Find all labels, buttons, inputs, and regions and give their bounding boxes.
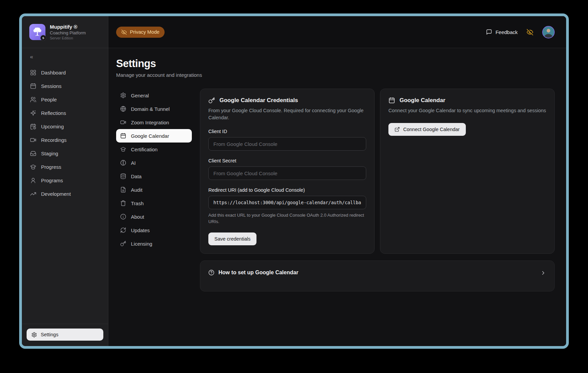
settings-tab-label: Updates xyxy=(131,227,150,233)
sidebar-item-people[interactable]: People xyxy=(22,93,108,106)
settings-tab-ai[interactable]: AI xyxy=(116,156,192,169)
user-round-icon xyxy=(30,177,36,184)
app-window: S Muppitify ® Coaching Platform Server E… xyxy=(19,13,569,349)
settings-tab-about[interactable]: About xyxy=(116,210,192,223)
google-calendar-card: Google Calendar Connect your Google Cale… xyxy=(380,89,555,254)
sidebar-item-development[interactable]: Development xyxy=(22,187,108,200)
brand-text: Muppitify ® Coaching Platform Server Edi… xyxy=(50,24,86,40)
privacy-mode-badge[interactable]: Privacy Mode xyxy=(116,27,165,38)
feedback-button[interactable]: Feedback xyxy=(486,29,518,35)
sidebar-item-label: Reflections xyxy=(41,110,66,116)
sidebar-collapse-button[interactable]: « xyxy=(30,54,37,60)
sidebar-item-label: Staging xyxy=(41,151,58,156)
cards-area: Google Calendar Credentials From your Go… xyxy=(200,89,555,291)
user-avatar[interactable] xyxy=(542,26,555,38)
settings-tab-google-calendar[interactable]: Google Calendar xyxy=(116,129,192,143)
brand-subtitle: Coaching Platform xyxy=(50,30,86,35)
sidebar-item-upcoming[interactable]: Upcoming xyxy=(22,120,108,133)
sidebar-footer: Settings xyxy=(22,324,108,346)
page-subtitle: Manage your account and integrations xyxy=(116,72,555,78)
topbar: Privacy Mode Feedback xyxy=(108,16,566,48)
settings-tab-domain-tunnel[interactable]: Domain & Tunnel xyxy=(116,102,192,116)
refresh-icon xyxy=(120,227,126,233)
feedback-label: Feedback xyxy=(495,29,518,35)
save-credentials-label: Save credentials xyxy=(214,236,250,242)
howto-title: How to set up Google Calendar xyxy=(218,270,298,276)
sidebar-item-progress[interactable]: Progress xyxy=(22,160,108,174)
key-icon xyxy=(120,241,126,247)
logo-s-badge: S xyxy=(40,35,46,41)
file-text-icon xyxy=(120,187,126,193)
sidebar-item-staging[interactable]: Staging xyxy=(22,147,108,160)
settings-tab-label: General xyxy=(131,93,149,98)
calendar-card-title: Google Calendar xyxy=(400,97,445,104)
connect-google-calendar-button[interactable]: Connect Google Calendar xyxy=(388,123,466,136)
settings-nav: GeneralDomain & TunnelZoom IntegrationGo… xyxy=(116,89,192,291)
privacy-toggle-eye-off-icon[interactable] xyxy=(526,29,533,36)
google-calendar-credentials-card: Google Calendar Credentials From your Go… xyxy=(200,89,375,254)
inbox-icon xyxy=(30,150,36,157)
connect-google-calendar-label: Connect Google Calendar xyxy=(403,127,460,132)
client-secret-input[interactable] xyxy=(208,166,366,180)
sidebar-item-label: Dashboard xyxy=(41,70,66,75)
video-icon xyxy=(30,137,36,143)
calendar-clock-icon xyxy=(30,123,36,130)
redirect-uri-label: Redirect URI (add to Google Cloud Consol… xyxy=(208,187,366,193)
sidebar-item-label: Recordings xyxy=(41,137,67,143)
settings-button-label: Settings xyxy=(41,332,58,337)
eye-off-icon xyxy=(121,29,127,35)
settings-tab-zoom-integration[interactable]: Zoom Integration xyxy=(116,116,192,129)
sidebar-item-label: Programs xyxy=(41,178,63,183)
brain-icon xyxy=(120,160,126,166)
sidebar-item-label: Upcoming xyxy=(41,124,64,129)
settings-tab-label: Audit xyxy=(131,187,142,193)
settings-tab-licensing[interactable]: Licensing xyxy=(116,237,192,250)
settings-tab-label: Trash xyxy=(131,200,144,206)
save-credentials-button[interactable]: Save credentials xyxy=(208,232,256,245)
sidebar: S Muppitify ® Coaching Platform Server E… xyxy=(22,16,108,346)
credentials-card-title: Google Calendar Credentials xyxy=(219,97,298,104)
calendar-icon xyxy=(120,133,126,139)
main-area: Privacy Mode Feedback Settings xyxy=(108,16,566,346)
redirect-uri-input[interactable] xyxy=(208,196,366,209)
sidebar-item-settings[interactable]: Settings xyxy=(27,329,103,341)
graduation-cap-icon xyxy=(120,146,126,152)
topbar-right: Feedback xyxy=(486,26,555,38)
settings-tab-label: Data xyxy=(131,174,142,179)
settings-tab-label: Zoom Integration xyxy=(131,120,169,125)
sidebar-item-label: Development xyxy=(41,191,71,197)
trash-icon xyxy=(120,200,126,206)
settings-tab-general[interactable]: General xyxy=(116,89,192,102)
users-icon xyxy=(30,96,36,103)
settings-tab-audit[interactable]: Audit xyxy=(116,183,192,196)
sidebar-item-dashboard[interactable]: Dashboard xyxy=(22,66,108,79)
settings-tab-trash[interactable]: Trash xyxy=(116,196,192,210)
redirect-uri-help: Add this exact URL to your Google Cloud … xyxy=(208,212,366,225)
settings-tab-data[interactable]: Data xyxy=(116,169,192,183)
video-icon xyxy=(120,119,126,125)
sidebar-item-recordings[interactable]: Recordings xyxy=(22,133,108,147)
settings-tab-updates[interactable]: Updates xyxy=(116,223,192,237)
settings-tab-certification[interactable]: Certification xyxy=(116,143,192,156)
globe-icon xyxy=(120,106,126,112)
client-id-input[interactable] xyxy=(208,137,366,151)
sidebar-item-programs[interactable]: Programs xyxy=(22,174,108,187)
gear-icon xyxy=(31,332,37,338)
sidebar-item-sessions[interactable]: Sessions xyxy=(22,79,108,93)
calendar-icon xyxy=(388,97,395,104)
settings-tab-label: AI xyxy=(131,160,136,166)
sidebar-item-reflections[interactable]: Reflections xyxy=(22,106,108,120)
message-square-icon xyxy=(486,29,492,35)
client-id-label: Client ID xyxy=(208,129,366,134)
trending-up-icon xyxy=(30,191,36,197)
settings-tab-label: Domain & Tunnel xyxy=(131,106,170,112)
settings-tab-label: Licensing xyxy=(131,241,152,247)
help-circle-icon xyxy=(208,270,214,276)
calendar-card-description: Connect your Google Calendar to sync upc… xyxy=(388,107,546,114)
howto-google-calendar-row[interactable]: How to set up Google Calendar xyxy=(200,260,555,291)
sidebar-nav: DashboardSessionsPeopleReflectionsUpcomi… xyxy=(22,66,108,200)
settings-tab-label: Google Calendar xyxy=(131,133,169,139)
external-link-icon xyxy=(394,127,400,132)
settings-page: Settings Manage your account and integra… xyxy=(108,48,566,346)
brand-name: Muppitify ® xyxy=(50,24,86,30)
